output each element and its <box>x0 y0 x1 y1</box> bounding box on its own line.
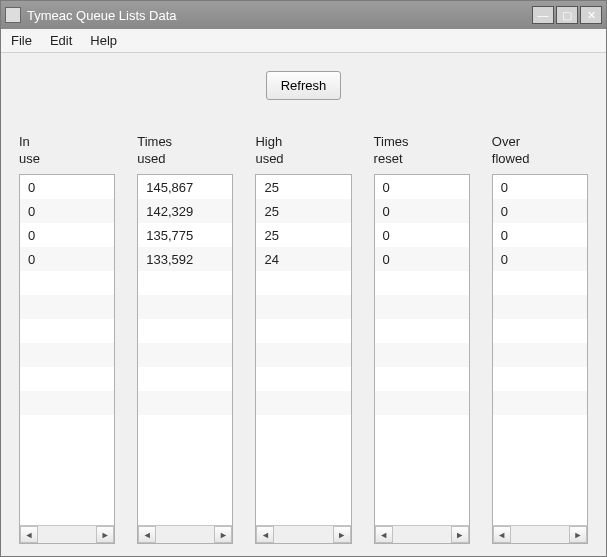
menu-file[interactable]: File <box>11 33 32 48</box>
scroll-track[interactable] <box>393 526 451 543</box>
scroll-right-button[interactable]: ► <box>451 526 469 543</box>
horizontal-scrollbar[interactable]: ◄► <box>375 525 469 543</box>
column-times-reset: Timesreset0000◄► <box>374 134 470 544</box>
list-item[interactable]: 0 <box>375 199 469 223</box>
list-item[interactable] <box>493 391 587 415</box>
list-item[interactable] <box>375 391 469 415</box>
list-item[interactable]: 145,867 <box>138 175 232 199</box>
list-item[interactable]: 25 <box>256 175 350 199</box>
scroll-right-button[interactable]: ► <box>214 526 232 543</box>
menu-help[interactable]: Help <box>90 33 117 48</box>
list-item[interactable] <box>256 343 350 367</box>
list-item[interactable]: 25 <box>256 223 350 247</box>
list-item[interactable] <box>20 319 114 343</box>
list-item[interactable] <box>256 367 350 391</box>
horizontal-scrollbar[interactable]: ◄► <box>20 525 114 543</box>
list-item[interactable]: 0 <box>20 223 114 247</box>
horizontal-scrollbar[interactable]: ◄► <box>493 525 587 543</box>
scroll-left-button[interactable]: ◄ <box>20 526 38 543</box>
scroll-left-button[interactable]: ◄ <box>256 526 274 543</box>
list-item[interactable] <box>138 295 232 319</box>
list-item[interactable] <box>20 343 114 367</box>
column-over-flowed: Overflowed0000◄► <box>492 134 588 544</box>
list-item[interactable]: 0 <box>375 175 469 199</box>
listbox-in-use[interactable]: 0000◄► <box>19 174 115 544</box>
list-item[interactable] <box>256 391 350 415</box>
list-item[interactable] <box>375 271 469 295</box>
listbox-high-used[interactable]: 25252524◄► <box>255 174 351 544</box>
scroll-right-button[interactable]: ► <box>333 526 351 543</box>
list-item[interactable] <box>375 343 469 367</box>
list-item[interactable]: 0 <box>375 247 469 271</box>
column-header-line2: used <box>255 151 351 168</box>
list-item[interactable]: 0 <box>493 175 587 199</box>
refresh-button[interactable]: Refresh <box>266 71 342 100</box>
list-item[interactable]: 0 <box>20 175 114 199</box>
horizontal-scrollbar[interactable]: ◄► <box>256 525 350 543</box>
list-item[interactable] <box>493 367 587 391</box>
scroll-left-button[interactable]: ◄ <box>375 526 393 543</box>
scroll-left-button[interactable]: ◄ <box>493 526 511 543</box>
list-item[interactable] <box>493 343 587 367</box>
list-item[interactable] <box>493 271 587 295</box>
list-item[interactable]: 0 <box>20 199 114 223</box>
scroll-track[interactable] <box>156 526 214 543</box>
column-times-used: Timesused145,867142,329135,775133,592◄► <box>137 134 233 544</box>
list-item[interactable]: 0 <box>20 247 114 271</box>
list-item[interactable] <box>256 271 350 295</box>
column-header-line2: use <box>19 151 115 168</box>
listbox-times-used[interactable]: 145,867142,329135,775133,592◄► <box>137 174 233 544</box>
column-header-times-used: Timesused <box>137 134 233 168</box>
list-item[interactable]: 0 <box>493 223 587 247</box>
scroll-right-button[interactable]: ► <box>96 526 114 543</box>
list-item[interactable]: 142,329 <box>138 199 232 223</box>
list-item[interactable]: 0 <box>375 223 469 247</box>
column-header-in-use: Inuse <box>19 134 115 168</box>
scroll-track[interactable] <box>38 526 96 543</box>
list-item[interactable] <box>256 295 350 319</box>
list-item[interactable]: 24 <box>256 247 350 271</box>
list-item[interactable] <box>138 271 232 295</box>
close-button[interactable]: ✕ <box>580 6 602 24</box>
list-item[interactable] <box>375 367 469 391</box>
list-item[interactable] <box>138 319 232 343</box>
list-item[interactable] <box>375 319 469 343</box>
listbox-over-flowed[interactable]: 0000◄► <box>492 174 588 544</box>
list-item[interactable] <box>375 295 469 319</box>
minimize-button[interactable]: — <box>532 6 554 24</box>
list-item[interactable]: 0 <box>493 199 587 223</box>
list-item[interactable] <box>20 295 114 319</box>
list-item[interactable]: 135,775 <box>138 223 232 247</box>
titlebar: Tymeac Queue Lists Data — ▢ ✕ <box>1 1 606 29</box>
content-area: Refresh Inuse0000◄►Timesused145,867142,3… <box>1 53 606 556</box>
app-window: Tymeac Queue Lists Data — ▢ ✕ File Edit … <box>0 0 607 557</box>
list-item[interactable] <box>493 295 587 319</box>
window-title: Tymeac Queue Lists Data <box>27 8 532 23</box>
scroll-right-button[interactable]: ► <box>569 526 587 543</box>
list-item[interactable] <box>20 271 114 295</box>
listbox-body: 0000 <box>375 175 469 525</box>
scroll-track[interactable] <box>274 526 332 543</box>
list-item[interactable] <box>138 343 232 367</box>
column-in-use: Inuse0000◄► <box>19 134 115 544</box>
listbox-times-reset[interactable]: 0000◄► <box>374 174 470 544</box>
scroll-left-button[interactable]: ◄ <box>138 526 156 543</box>
scroll-track[interactable] <box>511 526 569 543</box>
column-header-line1: Over <box>492 134 588 151</box>
maximize-button[interactable]: ▢ <box>556 6 578 24</box>
list-item[interactable]: 25 <box>256 199 350 223</box>
list-item[interactable] <box>493 319 587 343</box>
app-icon <box>5 7 21 23</box>
list-item[interactable] <box>20 391 114 415</box>
horizontal-scrollbar[interactable]: ◄► <box>138 525 232 543</box>
column-header-line2: reset <box>374 151 470 168</box>
list-item[interactable] <box>138 367 232 391</box>
column-header-line1: Times <box>137 134 233 151</box>
listbox-body: 0000 <box>20 175 114 525</box>
list-item[interactable] <box>20 367 114 391</box>
list-item[interactable] <box>138 391 232 415</box>
list-item[interactable] <box>256 319 350 343</box>
list-item[interactable]: 133,592 <box>138 247 232 271</box>
list-item[interactable]: 0 <box>493 247 587 271</box>
menu-edit[interactable]: Edit <box>50 33 72 48</box>
